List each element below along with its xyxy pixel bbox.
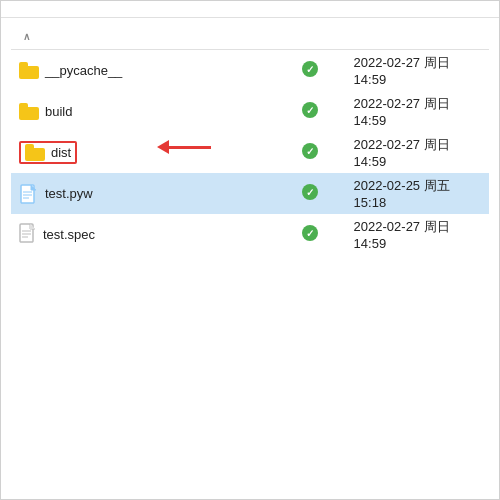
file-explorer-window: ∧ __pycache__2022-02-27 周日 14:59build202… <box>0 0 500 500</box>
date-cell-dist: 2022-02-27 周日 14:59 <box>346 132 489 173</box>
name-cell-build: build <box>11 91 274 132</box>
table-header-row: ∧ <box>11 24 489 50</box>
folder-icon <box>25 144 45 161</box>
file-spec-icon <box>19 223 37 246</box>
col-header-name[interactable]: ∧ <box>11 24 274 50</box>
folder-icon <box>19 62 39 79</box>
status-dot <box>302 225 318 241</box>
status-cell-testspec <box>274 214 346 255</box>
date-cell-build: 2022-02-27 周日 14:59 <box>346 91 489 132</box>
file-name: test.spec <box>43 227 95 242</box>
folder-icon <box>19 103 39 120</box>
name-inner: __pycache__ <box>19 62 266 79</box>
status-dot <box>302 61 318 77</box>
table-row[interactable]: test.spec2022-02-27 周日 14:59 <box>11 214 489 255</box>
file-name: build <box>45 104 72 119</box>
status-cell-testpyw <box>274 173 346 214</box>
date-cell-pycache: 2022-02-27 周日 14:59 <box>346 50 489 92</box>
name-inner: test.pyw <box>19 184 266 204</box>
dist-highlight-box: dist <box>19 141 77 164</box>
col-header-status[interactable] <box>274 24 346 50</box>
col-header-date[interactable] <box>346 24 489 50</box>
name-cell-pycache: __pycache__ <box>11 50 274 92</box>
file-name: test.pyw <box>45 186 93 201</box>
date-cell-testspec: 2022-02-27 周日 14:59 <box>346 214 489 255</box>
status-cell-pycache <box>274 50 346 92</box>
file-list-container: ∧ __pycache__2022-02-27 周日 14:59build202… <box>1 18 499 499</box>
file-table: ∧ __pycache__2022-02-27 周日 14:59build202… <box>11 24 489 255</box>
name-cell-testspec: test.spec <box>11 214 274 255</box>
breadcrumb <box>1 1 499 18</box>
status-dot <box>302 102 318 118</box>
name-inner: build <box>19 103 266 120</box>
table-row[interactable]: dist2022-02-27 周日 14:59 <box>11 132 489 173</box>
sort-icon: ∧ <box>23 31 30 42</box>
name-inner: test.spec <box>19 223 266 246</box>
file-name: __pycache__ <box>45 63 122 78</box>
name-cell-dist: dist <box>11 132 274 173</box>
file-pyw-icon <box>19 184 39 204</box>
status-dot <box>302 184 318 200</box>
table-row[interactable]: build2022-02-27 周日 14:59 <box>11 91 489 132</box>
status-cell-dist <box>274 132 346 173</box>
date-cell-testpyw: 2022-02-25 周五 15:18 <box>346 173 489 214</box>
table-row[interactable]: __pycache__2022-02-27 周日 14:59 <box>11 50 489 92</box>
file-name: dist <box>51 145 71 160</box>
status-cell-build <box>274 91 346 132</box>
status-dot <box>302 143 318 159</box>
table-row[interactable]: test.pyw2022-02-25 周五 15:18 <box>11 173 489 214</box>
name-cell-testpyw: test.pyw <box>11 173 274 214</box>
